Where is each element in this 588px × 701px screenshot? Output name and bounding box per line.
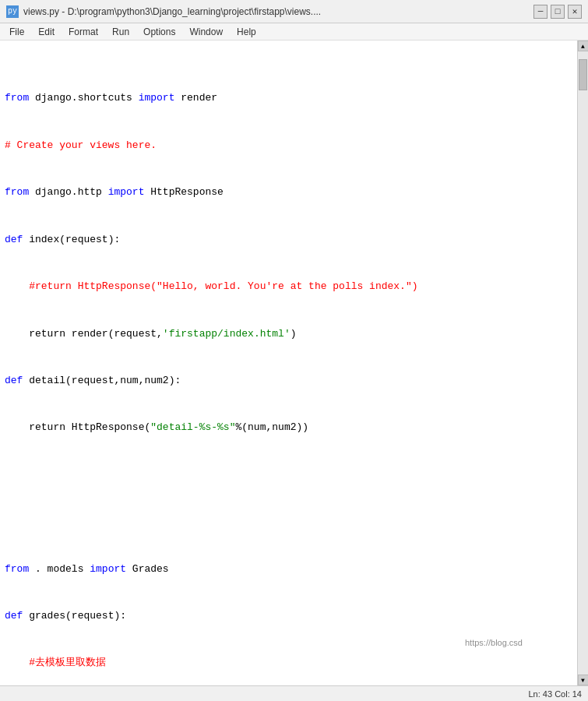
app-icon: py	[6, 5, 19, 18]
maximize-button[interactable]: □	[551, 5, 565, 19]
scroll-track[interactable]	[578, 51, 588, 675]
minimize-button[interactable]: ─	[533, 5, 548, 19]
menu-bar: File Edit Format Run Options Window Help	[0, 23, 588, 41]
vertical-scrollbar[interactable]: ▲ ▼	[577, 41, 588, 685]
menu-file[interactable]: File	[3, 25, 30, 39]
line-9: from . models import Grades	[5, 562, 572, 577]
scroll-down-button[interactable]: ▼	[578, 675, 589, 685]
editor-area: from django.shortcuts import render # Cr…	[0, 41, 588, 685]
menu-window[interactable]: Window	[183, 25, 229, 39]
close-button[interactable]: ✕	[568, 5, 582, 19]
line-1: from django.shortcuts import render	[5, 90, 572, 106]
line-2: # Create your views here.	[5, 138, 572, 153]
menu-edit[interactable]: Edit	[32, 25, 61, 39]
menu-help[interactable]: Help	[231, 25, 262, 39]
line-blank-1	[5, 467, 572, 483]
line-5: #return HttpResponse("Hello, world. You'…	[5, 279, 572, 294]
line-7: def detail(request,num,num2):	[5, 373, 572, 389]
scroll-up-button[interactable]: ▲	[578, 41, 589, 51]
scroll-thumb[interactable]	[579, 59, 587, 90]
line-blank-2	[5, 514, 572, 530]
code-editor[interactable]: from django.shortcuts import render # Cr…	[0, 41, 577, 685]
status-bar: Ln: 43 Col: 14	[0, 685, 588, 701]
line-3: from django.http import HttpResponse	[5, 185, 572, 200]
cursor-position: Ln: 43 Col: 14	[529, 689, 583, 699]
line-8: return HttpResponse("detail-%s-%s"%(num,…	[5, 420, 572, 435]
title-bar: py views.py - D:\program\python3\Django_…	[0, 0, 588, 23]
watermark: https://blog.csd	[428, 620, 523, 667]
line-6: return render(request,'firstapp/index.ht…	[5, 326, 572, 342]
window-controls[interactable]: ─ □ ✕	[533, 5, 582, 19]
menu-run[interactable]: Run	[106, 25, 136, 39]
window-title: views.py - D:\program\python3\Django_lea…	[23, 6, 321, 17]
line-4: def index(request):	[5, 232, 572, 248]
title-bar-left: py views.py - D:\program\python3\Django_…	[6, 5, 321, 18]
menu-format[interactable]: Format	[62, 25, 104, 39]
menu-options[interactable]: Options	[137, 25, 181, 39]
status-right: Ln: 43 Col: 14	[529, 689, 583, 699]
